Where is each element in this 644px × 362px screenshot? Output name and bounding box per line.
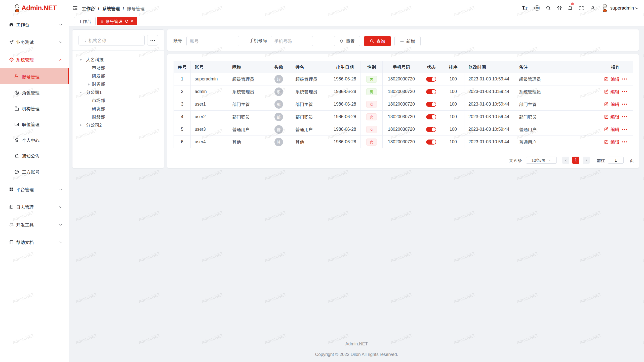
svg-text:T: T	[525, 7, 528, 10]
